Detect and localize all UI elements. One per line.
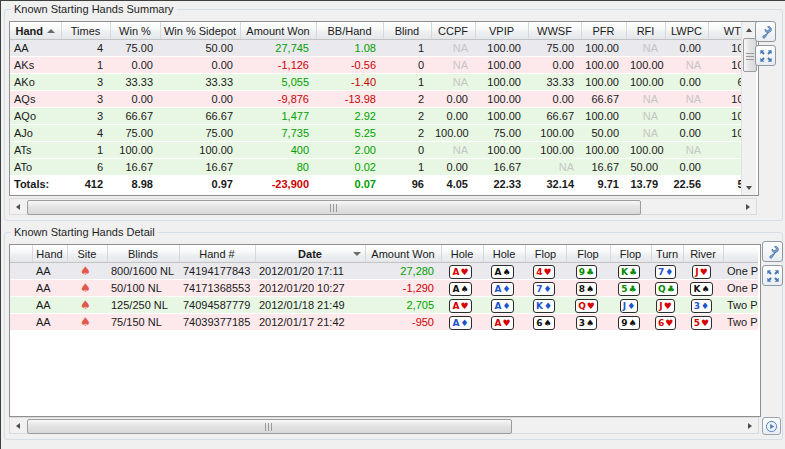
- detail-col-turn[interactable]: Turn: [651, 245, 683, 263]
- detail-card-cell: A♥: [441, 297, 483, 314]
- summary-col-lwpc[interactable]: LWPC: [665, 22, 708, 40]
- summary-cell: 412: [61, 176, 110, 193]
- detail-result-cell: One Pair: [723, 280, 758, 297]
- summary-groupbox: Known Starting Hands Summary Hand Times: [4, 9, 783, 221]
- detail-card-cell: Q♥: [566, 297, 610, 314]
- scroll-right-button[interactable]: [740, 199, 756, 214]
- summary-col-wtsd[interactable]: WTSD: [708, 22, 741, 40]
- detail-row-74094587779[interactable]: AA♠125/250 NL740945877792012/01/18 21:49…: [10, 297, 758, 314]
- detail-card-cell: A♠: [441, 280, 483, 297]
- scroll-left-button[interactable]: [10, 418, 26, 433]
- summary-totals-row[interactable]: Totals:4128.980.97-23,9000.07964.0522.33…: [10, 176, 741, 193]
- detail-col-flop-3[interactable]: Flop: [610, 245, 651, 263]
- summary-row-AA[interactable]: AA475.0050.0027,7451.081NA100.0075.00100…: [10, 40, 741, 57]
- detail-row-74171368553[interactable]: AA♠50/100 NL741713685532012/01/20 10:27-…: [10, 280, 758, 297]
- summary-cell: 100.00: [708, 57, 741, 74]
- detail-table-clip: Hand Site Blinds Hand # Date Amount Won …: [10, 245, 758, 416]
- scroll-down-button[interactable]: [742, 180, 756, 195]
- detail-col-marker[interactable]: [10, 245, 32, 263]
- detail-card-cell: 3♦: [683, 297, 723, 314]
- summary-cell: 100.00: [528, 125, 581, 142]
- detail-col-hole-1[interactable]: Hole: [441, 245, 483, 263]
- detail-col-site[interactable]: Site: [67, 245, 107, 263]
- scroll-up-button[interactable]: [742, 22, 756, 37]
- detail-col-hole-2[interactable]: Hole: [483, 245, 525, 263]
- detail-card-cell: K♠: [683, 280, 723, 297]
- summary-settings-button[interactable]: [755, 21, 776, 42]
- scroll-left-button[interactable]: [10, 199, 26, 214]
- detail-card-cell: 6♥: [651, 314, 683, 331]
- summary-cell: 100.00: [626, 57, 665, 74]
- summary-cell: Totals:: [10, 176, 61, 193]
- detail-popout-button[interactable]: [762, 265, 783, 286]
- detail-col-site-label: Site: [78, 248, 97, 260]
- summary-col-vpip[interactable]: VPIP: [475, 22, 528, 40]
- detail-col-river[interactable]: River: [683, 245, 723, 263]
- summary-row-AQs[interactable]: AQs30.000.00-9,876-13.9820.00100.000.006…: [10, 91, 741, 108]
- detail-col-amount-won[interactable]: Amount Won: [365, 245, 441, 263]
- summary-cell: 2.00: [316, 142, 383, 159]
- detail-col-result[interactable]: [723, 245, 758, 263]
- detail-col-date[interactable]: Date: [255, 245, 365, 263]
- detail-result-cell: One Pair: [723, 263, 758, 280]
- summary-cell: 0: [383, 57, 431, 74]
- detail-result-cell: Two Pair: [723, 297, 758, 314]
- summary-col-blind[interactable]: Blind: [383, 22, 431, 40]
- summary-cell: 0.00: [665, 40, 708, 57]
- summary-col-wwsf[interactable]: WWSF: [528, 22, 581, 40]
- summary-row-ATs[interactable]: ATs1100.00100.004002.000NA100.00100.0010…: [10, 142, 741, 159]
- detail-col-blinds-label: Blinds: [128, 248, 158, 260]
- summary-cell: 3: [61, 108, 110, 125]
- summary-row-AJo[interactable]: AJo475.0075.007,7355.252100.0075.00100.0…: [10, 125, 741, 142]
- summary-cell: AKs: [10, 57, 61, 74]
- summary-col-pfr[interactable]: PFR: [581, 22, 626, 40]
- summary-row-ATo[interactable]: ATo616.6716.67800.0210.0016.67NA16.6750.…: [10, 159, 741, 176]
- card-As: A♠: [449, 282, 471, 296]
- summary-cell: 96: [383, 176, 431, 193]
- summary-cell: 8.98: [110, 176, 160, 193]
- summary-col-hand[interactable]: Hand: [10, 22, 61, 40]
- summary-cell: 32.14: [528, 176, 581, 193]
- detail-col-flop-2[interactable]: Flop: [566, 245, 610, 263]
- summary-cell: 100.00: [708, 125, 741, 142]
- summary-row-AQo[interactable]: AQo366.6766.671,4772.9220.00100.0066.671…: [10, 108, 741, 125]
- summary-popout-button[interactable]: [755, 45, 776, 66]
- detail-col-flop-1[interactable]: Flop: [525, 245, 566, 263]
- summary-col-rfi[interactable]: RFI: [626, 22, 665, 40]
- summary-col-win-pct[interactable]: Win %: [110, 22, 160, 40]
- triangle-left-icon: [16, 204, 20, 210]
- detail-row-74194177843[interactable]: AA♠800/1600 NL741941778432012/01/20 17:1…: [10, 263, 758, 280]
- scroll-right-button[interactable]: [742, 418, 758, 433]
- summary-row-AKo[interactable]: AKo333.3333.335,055-1.401NA100.0033.3310…: [10, 74, 741, 91]
- summary-cell: 50.00: [160, 40, 240, 57]
- summary-col-win-pct-sidepot[interactable]: Win % Sidepot: [160, 22, 240, 40]
- summary-cell: 100.00: [160, 142, 240, 159]
- summary-cell: 1,477: [240, 108, 316, 125]
- sort-ascending-icon: [47, 29, 55, 33]
- summary-col-times[interactable]: Times: [61, 22, 110, 40]
- detail-replay-button[interactable]: [762, 417, 781, 435]
- summary-horizontal-scrollbar[interactable]: [9, 198, 757, 215]
- card-Ks: K♠: [690, 282, 712, 296]
- detail-row-74039377185[interactable]: AA♠75/150 NL740393771852012/01/17 21:42-…: [10, 314, 758, 331]
- detail-hscroll-thumb[interactable]: [27, 419, 512, 434]
- summary-col-amount-won[interactable]: Amount Won: [240, 22, 316, 40]
- summary-cell: 66.67: [110, 108, 160, 125]
- summary-row-AKs[interactable]: AKs10.000.00-1,126-0.560NA100.000.00100.…: [10, 57, 741, 74]
- detail-col-hand-number[interactable]: Hand #: [179, 245, 255, 263]
- summary-table: Hand Times Win % Win % Sidepot Amount Wo…: [10, 22, 741, 192]
- summary-cell: 100.00: [475, 74, 528, 91]
- summary-cell: -1,126: [240, 57, 316, 74]
- detail-col-hand[interactable]: Hand: [32, 245, 67, 263]
- summary-hscroll-thumb[interactable]: [27, 200, 641, 215]
- detail-blinds-cell: 125/250 NL: [107, 297, 179, 314]
- summary-col-ccpf[interactable]: CCPF: [431, 22, 475, 40]
- summary-vertical-scrollbar[interactable]: [741, 22, 756, 195]
- summary-cell: 3: [61, 74, 110, 91]
- summary-cell: 66.67: [708, 74, 741, 91]
- summary-col-bb-hand[interactable]: BB/Hand: [316, 22, 383, 40]
- detail-col-blinds[interactable]: Blinds: [107, 245, 179, 263]
- detail-horizontal-scrollbar[interactable]: [9, 417, 759, 434]
- detail-settings-button[interactable]: [762, 241, 783, 262]
- detail-card-cell: 6♠: [525, 314, 566, 331]
